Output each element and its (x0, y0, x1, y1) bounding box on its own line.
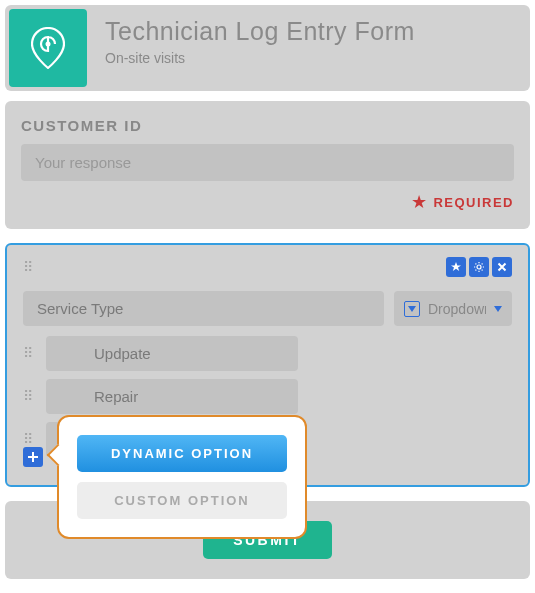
header-text: Technician Log Entry Form On-site visits (87, 9, 526, 87)
option-input[interactable] (46, 379, 298, 414)
customer-id-input[interactable] (21, 144, 514, 181)
drag-handle-icon[interactable]: ⠿ (23, 436, 32, 443)
svg-point-1 (477, 265, 481, 269)
add-option-button[interactable] (23, 447, 43, 467)
dynamic-option-button[interactable]: DYNAMIC OPTION (77, 435, 287, 472)
form-title: Technician Log Entry Form (105, 17, 508, 46)
option-input[interactable] (46, 336, 298, 371)
plus-icon (27, 451, 39, 463)
option-wrap: ▾ (46, 336, 512, 371)
dropdown-type-icon (404, 301, 420, 317)
required-row: ★ REQUIRED (21, 191, 514, 213)
form-header: Technician Log Entry Form On-site visits (5, 5, 530, 91)
settings-icon[interactable] (469, 257, 489, 277)
close-icon[interactable] (492, 257, 512, 277)
required-label: REQUIRED (433, 195, 514, 210)
customer-id-card: CUSTOMER ID ★ REQUIRED (5, 101, 530, 229)
card-action-icons (446, 257, 512, 277)
custom-option-button[interactable]: CUSTOM OPTION (77, 482, 287, 519)
service-title-row: Dropdown (23, 291, 512, 326)
drag-handle-icon[interactable]: ⠿ (23, 264, 32, 271)
field-type-selector[interactable]: Dropdown (394, 291, 512, 326)
favorite-icon[interactable] (446, 257, 466, 277)
add-option-popover: DYNAMIC OPTION CUSTOM OPTION (57, 415, 307, 539)
option-row: ⠿ ▾ (23, 336, 512, 371)
drag-handle-icon[interactable]: ⠿ (23, 350, 32, 357)
star-icon: ★ (411, 191, 427, 213)
logo-pin-icon (31, 27, 65, 69)
option-wrap: ▾ (46, 379, 512, 414)
drag-handle-icon[interactable]: ⠿ (23, 393, 32, 400)
service-card-header: ⠿ (23, 257, 512, 277)
field-type-label: Dropdown (428, 301, 486, 317)
logo-box (9, 9, 87, 87)
svg-point-0 (46, 42, 51, 47)
option-row: ⠿ ▾ (23, 379, 512, 414)
form-subtitle: On-site visits (105, 50, 508, 66)
customer-id-label: CUSTOMER ID (21, 117, 514, 134)
service-title-input[interactable] (23, 291, 384, 326)
chevron-down-icon (494, 306, 502, 312)
